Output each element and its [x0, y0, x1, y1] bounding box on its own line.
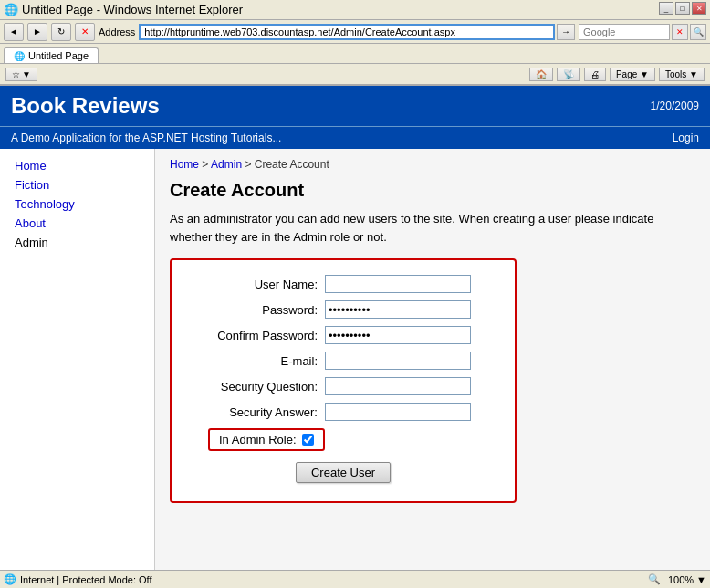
banner-text: A Demo Application for the ASP.NET Hosti… [11, 131, 281, 144]
search-clear-button[interactable]: ✕ [672, 24, 688, 40]
sidebar-item-admin[interactable]: Admin [0, 233, 154, 252]
breadcrumb: Home > Admin > Create Account [170, 158, 695, 171]
browser-tabs: 🌐 Untitled Page [0, 44, 710, 64]
site-header: Book Reviews 1/20/2009 [0, 86, 710, 126]
password-label: Password: [190, 303, 318, 317]
ie-icon: 🌐 [4, 3, 18, 16]
tab-label: Untitled Page [28, 50, 89, 61]
site-banner: A Demo Application for the ASP.NET Hosti… [0, 126, 710, 149]
confirm-password-row: Confirm Password: [190, 326, 496, 344]
email-label: E-mail: [190, 354, 318, 368]
security-answer-label: Security Answer: [190, 405, 318, 419]
security-answer-input[interactable] [325, 403, 471, 421]
confirm-password-label: Confirm Password: [190, 329, 318, 342]
home-button[interactable]: 🏠 [529, 68, 553, 81]
tab-icon: 🌐 [14, 51, 25, 61]
sidebar-item-fiction[interactable]: Fiction [0, 175, 154, 194]
email-row: E-mail: [190, 352, 496, 370]
rss-button[interactable]: 📡 [557, 68, 580, 81]
breadcrumb-current: Create Account [255, 158, 329, 171]
window-title: Untitled Page - Windows Internet Explore… [22, 3, 243, 16]
page-button[interactable]: Page ▼ [610, 68, 655, 81]
admin-role-label: In Admin Role: [219, 433, 297, 446]
minimize-button[interactable]: _ [659, 2, 673, 15]
sidebar-item-technology[interactable]: Technology [0, 194, 154, 214]
login-link[interactable]: Login [673, 131, 699, 144]
status-bar: 🌐 Internet | Protected Mode: Off 🔍 100% … [0, 570, 710, 588]
favorites-button[interactable]: ☆ ▼ [5, 68, 37, 81]
site-date: 1/20/2009 [651, 100, 699, 112]
refresh-button[interactable]: ↻ [51, 23, 71, 41]
breadcrumb-home[interactable]: Home [170, 158, 199, 171]
sidebar: Home Fiction Technology About Admin [0, 149, 155, 570]
page-heading: Create Account [170, 180, 695, 201]
print-button[interactable]: 🖨 [584, 68, 606, 81]
status-text: Internet | Protected Mode: Off [20, 574, 152, 585]
zoom-level: 100% ▼ [668, 574, 706, 585]
breadcrumb-sep1: > [202, 158, 211, 171]
breadcrumb-admin[interactable]: Admin [211, 158, 242, 171]
sidebar-item-home[interactable]: Home [0, 156, 154, 175]
admin-role-checkbox[interactable] [302, 434, 314, 446]
security-answer-row: Security Answer: [190, 403, 496, 421]
zoom-icon: 🔍 [648, 573, 661, 585]
browser-toolbar2: ☆ ▼ 🏠 📡 🖨 Page ▼ Tools ▼ [0, 64, 710, 86]
search-input[interactable] [579, 24, 670, 40]
password-row: Password: [190, 300, 496, 319]
address-input[interactable] [139, 24, 555, 40]
username-label: User Name: [190, 278, 318, 291]
username-row: User Name: [190, 275, 496, 293]
page-content: Book Reviews 1/20/2009 A Demo Applicatio… [0, 86, 710, 570]
sidebar-item-about[interactable]: About [0, 214, 154, 233]
back-button[interactable]: ◄ [4, 23, 24, 41]
status-icon: 🌐 [4, 573, 16, 585]
intro-text: As an administrator you can add new user… [170, 210, 695, 246]
email-input[interactable] [325, 352, 471, 370]
browser-toolbar: ◄ ► ↻ ✕ Address → ✕ 🔍 [0, 20, 710, 44]
create-user-row: Create User [190, 462, 496, 483]
tools-button[interactable]: Tools ▼ [659, 68, 705, 81]
form-panel: User Name: Password: Confirm Password: E… [170, 258, 517, 503]
main-layout: Home Fiction Technology About Admin Home… [0, 149, 710, 570]
create-user-button[interactable]: Create User [296, 462, 391, 483]
confirm-password-input[interactable] [325, 326, 471, 344]
password-input[interactable] [325, 300, 471, 319]
tab-untitled-page[interactable]: 🌐 Untitled Page [4, 47, 99, 63]
admin-role-row: In Admin Role: [208, 428, 496, 451]
username-input[interactable] [325, 275, 471, 293]
content-area: Home > Admin > Create Account Create Acc… [155, 149, 710, 570]
security-question-label: Security Question: [190, 380, 318, 394]
address-label: Address [99, 26, 135, 37]
close-button[interactable]: ✕ [692, 2, 706, 15]
site-title: Book Reviews [11, 93, 160, 119]
security-question-input[interactable] [325, 377, 471, 395]
maximize-button[interactable]: □ [675, 2, 690, 15]
stop-button[interactable]: ✕ [75, 23, 95, 41]
search-button[interactable]: 🔍 [690, 24, 706, 40]
go-button[interactable]: → [557, 24, 575, 40]
security-question-row: Security Question: [190, 377, 496, 395]
browser-titlebar: 🌐 Untitled Page - Windows Internet Explo… [0, 0, 710, 20]
admin-role-box: In Admin Role: [208, 428, 325, 451]
breadcrumb-sep2: > [245, 158, 254, 171]
forward-button[interactable]: ► [27, 23, 47, 41]
